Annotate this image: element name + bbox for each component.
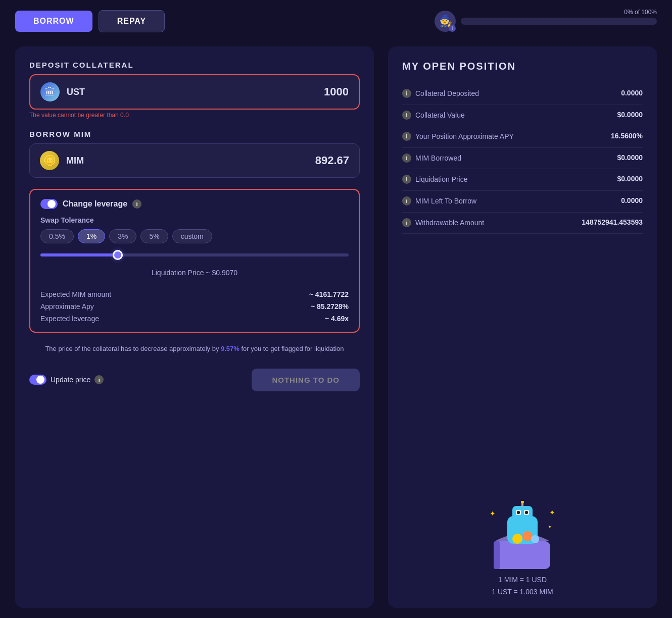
warning-text-2: for you to get flagged for liquidation — [239, 345, 344, 352]
bot-illustration: ✦ ✦ ✦ — [485, 501, 560, 572]
row-info-icon-5[interactable]: i — [402, 196, 411, 205]
borrow-title: BORROW MIM — [29, 130, 360, 138]
leverage-slider[interactable] — [40, 250, 349, 260]
position-row-4: i Liquidation Price $0.0000 — [402, 169, 643, 191]
expected-mim-row: Expected MIM amount ~ 4161.7722 — [40, 290, 349, 298]
repay-button[interactable]: REPAY — [99, 10, 165, 32]
leverage-info-icon[interactable]: i — [132, 199, 141, 209]
open-position-title: MY OPEN POSITION — [402, 61, 643, 72]
deposit-value: 1000 — [104, 85, 349, 98]
right-panel: MY OPEN POSITION i Collateral Deposited … — [388, 46, 657, 608]
position-value-4: $0.0000 — [617, 175, 643, 183]
svg-point-15 — [531, 535, 539, 543]
slider-track — [40, 253, 349, 256]
position-left-0: i Collateral Deposited — [402, 89, 617, 99]
warning-highlight: 9.57% — [221, 345, 239, 352]
position-value-5: 0.0000 — [621, 196, 643, 204]
update-price-toggle[interactable] — [29, 375, 46, 385]
position-value-0: 0.0000 — [621, 89, 643, 97]
deposit-input-wrap[interactable]: 🏛 UST 1000 — [29, 74, 360, 110]
row-info-icon-0[interactable]: i — [402, 89, 411, 98]
svg-point-14 — [522, 531, 533, 541]
position-label-3: MIM Borrowed — [415, 153, 461, 164]
expected-mim-value: ~ 4161.7722 — [309, 290, 349, 298]
row-info-icon-3[interactable]: i — [402, 153, 411, 163]
position-row-1: i Collateral Value $0.0000 — [402, 105, 643, 127]
bot-area: ✦ ✦ ✦ 1 MIM = 1 USD 1 UST = 1.003 MIM — [402, 492, 643, 596]
svg-rect-7 — [525, 511, 528, 514]
position-label-0: Collateral Deposited — [415, 89, 479, 99]
nothing-to-do-button[interactable]: NOTHING TO DO — [252, 369, 360, 391]
position-left-2: i Your Position Approximate APY — [402, 132, 607, 142]
position-row-5: i MIM Left To Borrow 0.0000 — [402, 191, 643, 213]
borrow-input-wrap[interactable]: 🪙 MIM 892.67 — [29, 143, 360, 178]
ust-icon: 🏛 — [40, 82, 60, 101]
leverage-toggle[interactable] — [40, 199, 58, 209]
svg-text:✦: ✦ — [490, 509, 496, 518]
svg-rect-1 — [494, 541, 500, 569]
leverage-box: Change leverage i Swap Tolerance 0.5% 1%… — [29, 189, 360, 333]
progress-bar-wrap: 0% of 100% — [461, 18, 657, 25]
deposit-title: DEPOSIT COLLATERAL — [29, 61, 360, 69]
update-price-info-icon[interactable]: i — [94, 375, 104, 384]
approx-apy-row: Approximate Apy ~ 85.2728% — [40, 302, 349, 311]
approx-apy-value: ~ 85.2728% — [311, 302, 349, 311]
svg-rect-0 — [495, 541, 550, 569]
rate-1: 1 MIM = 1 USD — [498, 576, 547, 584]
expected-leverage-value: ~ 4.69x — [325, 315, 349, 323]
tol-btn-0[interactable]: 0.5% — [40, 229, 74, 243]
swap-tolerance-section: Swap Tolerance 0.5% 1% 3% 5% custom — [40, 216, 349, 243]
progress-area: 🧙 i 0% of 100% — [435, 11, 657, 32]
deposit-token-label: UST — [67, 87, 97, 97]
tol-btn-1[interactable]: 1% — [78, 229, 105, 243]
liquidation-price-label: Liquidation Price ~ $0.9070 — [40, 269, 349, 277]
position-row-2: i Your Position Approximate APY 16.5600% — [402, 126, 643, 148]
tolerance-buttons: 0.5% 1% 3% 5% custom — [40, 229, 349, 243]
position-left-3: i MIM Borrowed — [402, 153, 613, 164]
deposit-error-msg: The value cannot be greater than 0.0 — [29, 112, 360, 119]
svg-point-13 — [512, 534, 522, 544]
position-value-6: 148752941.453593 — [582, 218, 643, 226]
leverage-header: Change leverage i — [40, 199, 349, 209]
position-row-3: i MIM Borrowed $0.0000 — [402, 148, 643, 170]
avatar: 🧙 i — [435, 11, 456, 32]
leverage-title: Change leverage — [63, 199, 127, 209]
svg-rect-6 — [517, 511, 520, 514]
row-info-icon-4[interactable]: i — [402, 175, 411, 184]
row-info-icon-2[interactable]: i — [402, 132, 411, 141]
position-row-0: i Collateral Deposited 0.0000 — [402, 83, 643, 105]
tol-btn-2[interactable]: 3% — [109, 229, 136, 243]
warning-text-1: The price of the collateral has to decre… — [45, 345, 221, 352]
mim-icon: 🪙 — [40, 151, 59, 170]
position-value-1: $0.0000 — [617, 111, 643, 119]
position-row-6: i Withdrawable Amount 148752941.453593 — [402, 213, 643, 234]
slider-fill — [40, 253, 118, 256]
update-price-label: Update price — [51, 376, 90, 384]
position-left-4: i Liquidation Price — [402, 175, 613, 185]
svg-rect-3 — [512, 506, 533, 520]
update-price-wrap: Update price i — [29, 375, 104, 385]
deposit-section: DEPOSIT COLLATERAL 🏛 UST 1000 The value … — [29, 61, 360, 119]
approx-apy-label: Approximate Apy — [40, 302, 94, 311]
left-panel: DEPOSIT COLLATERAL 🏛 UST 1000 The value … — [15, 46, 374, 608]
position-left-1: i Collateral Value — [402, 111, 613, 121]
position-value-2: 16.5600% — [611, 132, 643, 140]
svg-text:✦: ✦ — [549, 508, 555, 517]
borrow-token-label: MIM — [66, 156, 97, 166]
tol-btn-3[interactable]: 5% — [140, 229, 168, 243]
borrow-button[interactable]: BORROW — [15, 11, 92, 32]
expected-mim-label: Expected MIM amount — [40, 290, 111, 298]
slider-thumb[interactable] — [113, 250, 123, 260]
svg-text:✦: ✦ — [548, 524, 552, 530]
tol-btn-4[interactable]: custom — [172, 229, 212, 243]
svg-point-9 — [521, 501, 524, 503]
row-info-icon-6[interactable]: i — [402, 218, 411, 227]
bottom-row: Update price i NOTHING TO DO — [29, 369, 360, 391]
expected-leverage-label: Expected leverage — [40, 315, 99, 323]
progress-label: 0% of 100% — [624, 9, 657, 16]
position-left-5: i MIM Left To Borrow — [402, 196, 617, 207]
warning-text: The price of the collateral has to decre… — [29, 344, 360, 354]
expected-leverage-row: Expected leverage ~ 4.69x — [40, 315, 349, 323]
row-info-icon-1[interactable]: i — [402, 111, 411, 120]
position-value-3: $0.0000 — [617, 153, 643, 162]
